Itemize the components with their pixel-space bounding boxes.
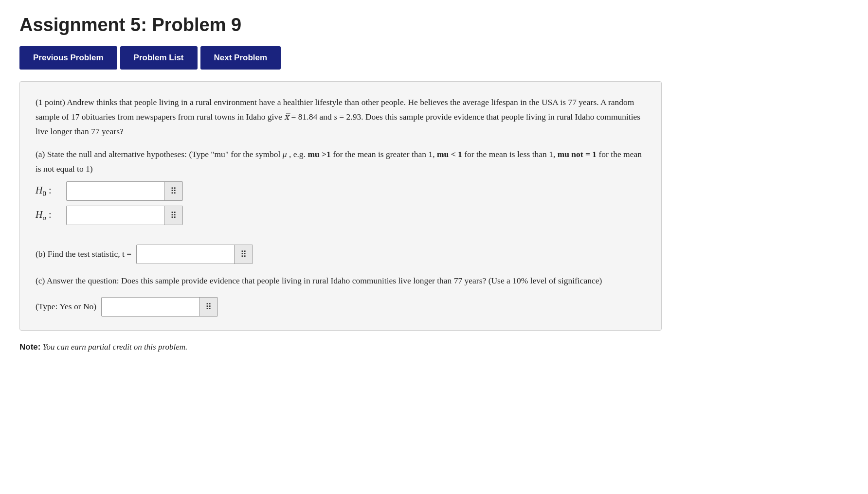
part-b-row: (b) Find the test statistic, t = ⠿ xyxy=(36,245,646,264)
ha-grid-button[interactable]: ⠿ xyxy=(164,206,182,225)
problem-list-button[interactable]: Problem List xyxy=(120,46,198,70)
part-b-label: (b) Find the test statistic, t = xyxy=(36,247,131,262)
part-c-row: (Type: Yes or No) ⠿ xyxy=(36,297,646,317)
c-grid-button[interactable]: ⠿ xyxy=(199,298,217,316)
c-input-group: ⠿ xyxy=(101,297,218,317)
grid-icon-2: ⠿ xyxy=(170,210,177,221)
h0-input[interactable] xyxy=(67,183,164,199)
ha-input[interactable] xyxy=(67,207,164,224)
s-symbol: s xyxy=(334,112,337,122)
c-input[interactable] xyxy=(102,299,199,315)
h0-input-group: ⠿ xyxy=(66,181,183,201)
h0-label: H0 : xyxy=(36,182,62,200)
t-input-group: ⠿ xyxy=(136,245,253,264)
ha-label: Ha : xyxy=(36,206,62,225)
page-title: Assignment 5: Problem 9 xyxy=(19,15,662,35)
note-italic: You can earn partial credit on this prob… xyxy=(40,342,187,352)
ha-input-group: ⠿ xyxy=(66,206,183,225)
prev-problem-button[interactable]: Previous Problem xyxy=(19,46,117,70)
h0-row: H0 : ⠿ xyxy=(36,181,646,201)
problem-intro: (1 point) Andrew thinks that people livi… xyxy=(36,95,646,139)
grid-icon-3: ⠿ xyxy=(240,249,247,260)
part-c-text: (c) Answer the question: Does this sampl… xyxy=(36,274,646,288)
note-section: Note: You can earn partial credit on thi… xyxy=(19,342,662,352)
part-a-label: (a) State the null and alternative hypot… xyxy=(36,147,646,176)
nav-buttons: Previous Problem Problem List Next Probl… xyxy=(19,46,662,70)
note-bold: Note: xyxy=(19,342,40,352)
h0-grid-button[interactable]: ⠿ xyxy=(164,182,182,200)
t-input[interactable] xyxy=(137,246,234,263)
t-grid-button[interactable]: ⠿ xyxy=(234,245,253,264)
grid-icon: ⠿ xyxy=(170,186,177,196)
grid-icon-4: ⠿ xyxy=(205,301,212,312)
next-problem-button[interactable]: Next Problem xyxy=(200,46,281,70)
xbar-symbol: x̅ xyxy=(284,112,289,122)
problem-box: (1 point) Andrew thinks that people livi… xyxy=(19,81,662,331)
ha-row: Ha : ⠿ xyxy=(36,206,646,225)
part-c-label: (Type: Yes or No) xyxy=(36,300,96,314)
